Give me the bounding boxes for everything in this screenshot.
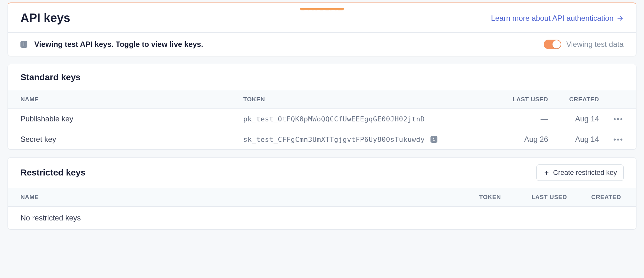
restricted-keys-title: Restricted keys [20, 168, 86, 178]
col-last-used: LAST USED [488, 96, 548, 103]
page-title: API keys [20, 11, 70, 25]
standard-keys-card: Standard keys NAME TOKEN LAST USED CREAT… [8, 64, 636, 150]
col-name: NAME [20, 96, 243, 103]
key-last-used: Aug 26 [488, 135, 548, 144]
key-token[interactable]: pk_test_OtFQK8pMWoQQCCfUwEEEgqGE00JH02jt… [243, 115, 425, 123]
col-last-used: LAST USED [501, 194, 567, 201]
plus-icon: ＋ [543, 168, 550, 177]
table-row: Secret key sk_test_CFFgCmn3UmXTTgjgvtFP6… [8, 129, 636, 149]
toggle-knob [552, 40, 561, 48]
notice-text: Viewing test API keys. Toggle to view li… [34, 40, 203, 49]
test-mode-toggle[interactable] [544, 40, 561, 49]
create-restricted-key-button[interactable]: ＋ Create restricted key [536, 164, 624, 181]
standard-keys-title: Standard keys [20, 72, 80, 82]
restricted-keys-header: NAME TOKEN LAST USED CREATED [8, 188, 636, 207]
col-token: TOKEN [454, 194, 501, 201]
row-actions-menu[interactable]: ••• [613, 136, 624, 143]
arrow-right-icon [617, 15, 624, 22]
row-actions-menu[interactable]: ••• [613, 115, 624, 123]
restricted-empty: No restricted keys [8, 207, 636, 229]
col-name: NAME [20, 194, 454, 201]
key-name: Publishable key [20, 114, 243, 123]
col-created: CREATED [567, 194, 624, 201]
col-token: TOKEN [243, 96, 488, 103]
key-created: Aug 14 [548, 114, 602, 123]
key-last-used: — [488, 114, 548, 123]
key-name: Secret key [20, 135, 243, 144]
col-created: CREATED [548, 96, 602, 103]
key-created: Aug 14 [548, 135, 602, 144]
restricted-keys-card: Restricted keys ＋ Create restricted key … [8, 157, 636, 230]
learn-more-link[interactable]: Learn more about API authentication [491, 14, 624, 23]
test-data-badge: TEST DATA [300, 8, 344, 10]
info-icon[interactable]: i [430, 136, 437, 143]
toggle-label: Viewing test data [566, 40, 624, 49]
create-restricted-key-label: Create restricted key [553, 169, 617, 177]
info-icon: i [20, 41, 27, 48]
key-token[interactable]: sk_test_CFFgCmn3UmXTTgjgvtFP6Uy800sTukuw… [243, 136, 425, 143]
standard-keys-header: NAME TOKEN LAST USED CREATED [8, 90, 636, 109]
table-row: Publishable key pk_test_OtFQK8pMWoQQCCfU… [8, 109, 636, 129]
learn-more-text: Learn more about API authentication [491, 14, 613, 23]
